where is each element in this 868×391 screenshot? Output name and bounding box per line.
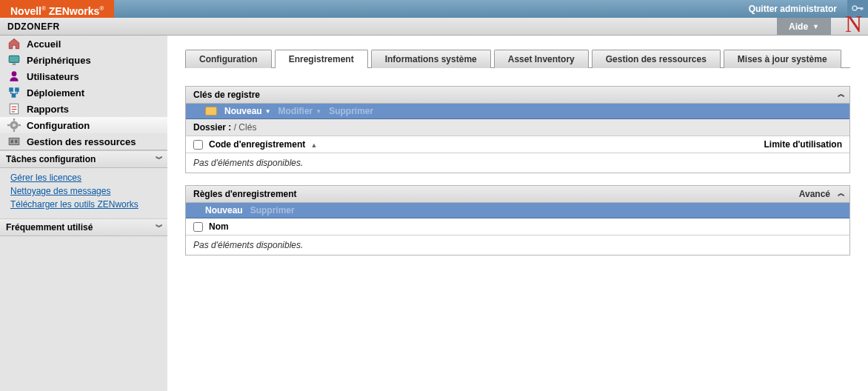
help-label: Aide	[789, 18, 808, 36]
zone-name: DDZONEFR	[0, 18, 67, 35]
tab-mises-a-jour[interactable]: Mises à jour système	[724, 50, 841, 68]
brand: Novell® ZENworks®	[0, 0, 114, 18]
tasks-header-label: Tâches configuration	[6, 154, 96, 164]
chevron-down-icon: ︾	[156, 222, 163, 233]
advanced-link[interactable]: Avancé	[799, 189, 830, 199]
svg-rect-8	[15, 87, 19, 92]
task-licences[interactable]: Gérer les licences	[10, 171, 160, 184]
nav-label: Rapports	[27, 104, 69, 115]
reports-icon	[7, 103, 21, 115]
nav-configuration[interactable]: Configuration	[0, 117, 167, 133]
column-headers-rules: Nom	[186, 218, 849, 235]
panel-regles-enregistrement: Règles d'enregistrement Avancé ︽ Nouveau…	[185, 185, 850, 255]
chevron-down-icon: ︾	[156, 154, 163, 164]
chevron-down-icon: ▼	[316, 108, 321, 115]
tab-enregistrement[interactable]: Enregistrement	[275, 50, 368, 68]
tasks-header[interactable]: Tâches configuration ︾	[0, 150, 167, 168]
user-icon	[7, 70, 21, 82]
tab-bar: Configuration Enregistrement Information…	[185, 49, 850, 68]
sort-asc-icon: ▲	[311, 141, 318, 149]
collapse-icon[interactable]: ︽	[838, 188, 845, 198]
nav-rapports[interactable]: Rapports	[0, 101, 167, 117]
sub-bar: DDZONEFR Aide ▼	[0, 18, 868, 36]
novell-n-logo: N	[845, 10, 862, 38]
main-content: Configuration Enregistrement Information…	[167, 36, 868, 391]
task-telecharger[interactable]: Télécharger les outils ZENworks	[10, 198, 160, 211]
action-bar-rules: Nouveau Supprimer	[186, 203, 849, 218]
nav-label: Utilisateurs	[27, 71, 79, 82]
brand-reg1: ®	[41, 5, 46, 12]
svg-rect-1	[856, 7, 863, 9]
folder-icon	[205, 107, 217, 116]
tab-gestion-ressources[interactable]: Gestion des ressources	[592, 50, 721, 68]
panel-title-keys: Clés de registre ︽	[186, 87, 849, 104]
deploy-icon	[7, 87, 21, 98]
nav-section: Accueil Périphériques Utilisateurs Déplo…	[0, 36, 167, 150]
brand-reg2: ®	[99, 5, 104, 12]
nav-deploiement[interactable]: Déploiement	[0, 84, 167, 101]
folder-path: Dossier : / Clés	[186, 119, 849, 136]
col-nom[interactable]: Nom	[209, 221, 842, 232]
svg-rect-5	[13, 64, 16, 65]
panel-title-rules: Règles d'enregistrement Avancé ︽	[186, 186, 849, 203]
collapse-icon[interactable]: ︽	[838, 89, 845, 99]
svg-rect-7	[9, 87, 13, 92]
action-modifier[interactable]: Modifier▼	[278, 106, 322, 116]
chevron-down-icon: ▼	[812, 18, 819, 36]
nav-ressources[interactable]: Gestion des ressources	[0, 133, 167, 150]
action-nouveau[interactable]: Nouveau▼	[224, 106, 271, 116]
svg-point-6	[12, 71, 17, 76]
task-nettoyage[interactable]: Nettoyage des messages	[10, 184, 160, 198]
svg-rect-9	[12, 93, 16, 98]
svg-rect-19	[19, 124, 21, 126]
gear-icon	[7, 119, 21, 131]
select-all-checkbox[interactable]	[193, 140, 203, 150]
task-links: Gérer les licences Nettoyage des message…	[0, 168, 167, 218]
action-label: Modifier	[278, 106, 313, 116]
nav-accueil[interactable]: Accueil	[0, 36, 167, 52]
svg-point-15	[13, 124, 16, 127]
brand-sub: ZENworks	[49, 5, 99, 17]
action-nouveau-rules[interactable]: Nouveau	[205, 205, 243, 215]
help-button[interactable]: Aide ▼	[777, 18, 831, 35]
logout-link[interactable]: Quitter administrator	[738, 0, 847, 18]
resources-icon	[7, 136, 21, 147]
nav-utilisateurs[interactable]: Utilisateurs	[0, 68, 167, 84]
frequent-header[interactable]: Fréquemment utilisé ︾	[0, 218, 167, 236]
svg-rect-3	[862, 7, 864, 10]
select-all-checkbox-rules[interactable]	[193, 222, 203, 232]
column-headers-keys: Code d'enregistrement ▲ Limite d'utilisa…	[186, 136, 849, 153]
svg-rect-22	[15, 140, 17, 144]
action-supprimer-rules[interactable]: Supprimer	[250, 205, 295, 215]
panel-title-label: Clés de registre	[193, 90, 260, 100]
nav-label: Déploiement	[27, 87, 84, 98]
svg-rect-20	[9, 138, 19, 145]
empty-message-rules: Pas d'éléments disponibles.	[186, 235, 849, 255]
action-supprimer[interactable]: Supprimer	[329, 106, 373, 116]
tab-infos-systeme[interactable]: Informations système	[371, 50, 491, 68]
empty-message-keys: Pas d'éléments disponibles.	[186, 153, 849, 173]
svg-rect-12	[12, 109, 17, 110]
col-code[interactable]: Code d'enregistrement ▲	[209, 139, 709, 150]
svg-rect-18	[7, 124, 10, 126]
panel-cles-registre: Clés de registre ︽ Nouveau▼ Modifier▼ Su…	[185, 86, 850, 173]
svg-rect-11	[12, 107, 17, 107]
nav-peripheriques[interactable]: Périphériques	[0, 52, 167, 68]
svg-rect-13	[12, 111, 16, 112]
chevron-down-icon: ▼	[265, 108, 271, 115]
top-bar: Novell® ZENworks® Quitter administrator	[0, 0, 868, 18]
svg-rect-16	[13, 118, 15, 121]
action-label: Nouveau	[224, 106, 262, 116]
nav-label: Gestion des ressources	[27, 136, 136, 147]
col-label: Code d'enregistrement	[209, 139, 305, 150]
path-value: / Clés	[234, 122, 257, 133]
nav-label: Périphériques	[27, 55, 91, 66]
tab-configuration[interactable]: Configuration	[185, 50, 272, 68]
svg-rect-17	[13, 130, 15, 132]
tab-asset-inventory[interactable]: Asset Inventory	[494, 50, 589, 68]
col-limite[interactable]: Limite d'utilisation	[709, 139, 842, 150]
nav-label: Accueil	[27, 39, 61, 50]
home-icon	[7, 38, 21, 50]
brand-main: Novell	[10, 5, 41, 17]
path-label: Dossier :	[193, 122, 231, 133]
